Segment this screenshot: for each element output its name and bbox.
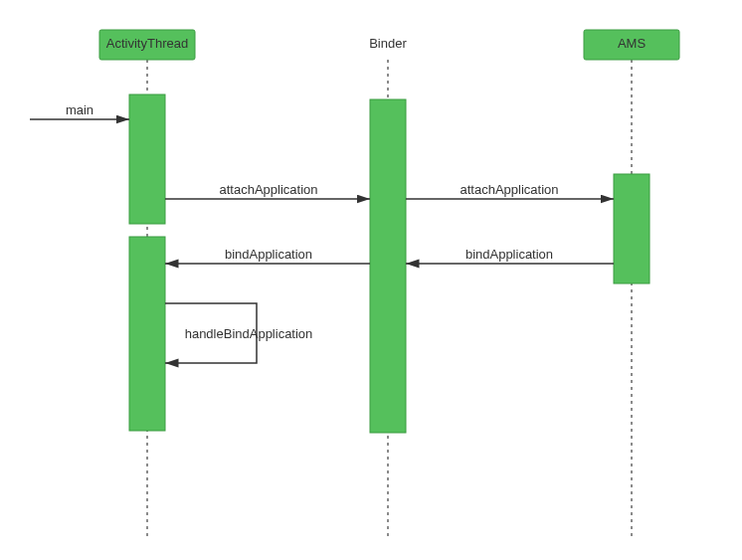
activation-ams <box>614 174 649 283</box>
header-activitythread-label: ActivityThread <box>106 36 188 51</box>
message-bind1-label: bindApplication <box>465 247 553 262</box>
activation-activitythread-1 <box>129 94 165 224</box>
message-handlebind-label: handleBindApplication <box>185 326 313 341</box>
header-activitythread: ActivityThread <box>99 30 195 60</box>
activation-binder <box>370 99 406 433</box>
message-handle-bind-application: handleBindApplication <box>165 303 312 363</box>
sequence-diagram: ActivityThread Binder AMS main attachApp… <box>0 0 742 560</box>
message-main: main <box>30 102 129 119</box>
message-attach1-label: attachApplication <box>219 182 317 197</box>
message-attach-application-1: attachApplication <box>165 182 370 199</box>
message-bind-application-2: bindApplication <box>165 247 370 264</box>
header-binder-label: Binder <box>369 36 407 51</box>
message-bind2-label: bindApplication <box>225 247 312 262</box>
message-attach2-label: attachApplication <box>460 182 558 197</box>
header-ams-label: AMS <box>618 36 647 51</box>
message-main-label: main <box>66 102 93 117</box>
activation-activitythread-2 <box>129 237 165 431</box>
message-attach-application-2: attachApplication <box>406 182 614 199</box>
header-ams: AMS <box>584 30 679 60</box>
message-bind-application-1: bindApplication <box>406 247 614 264</box>
